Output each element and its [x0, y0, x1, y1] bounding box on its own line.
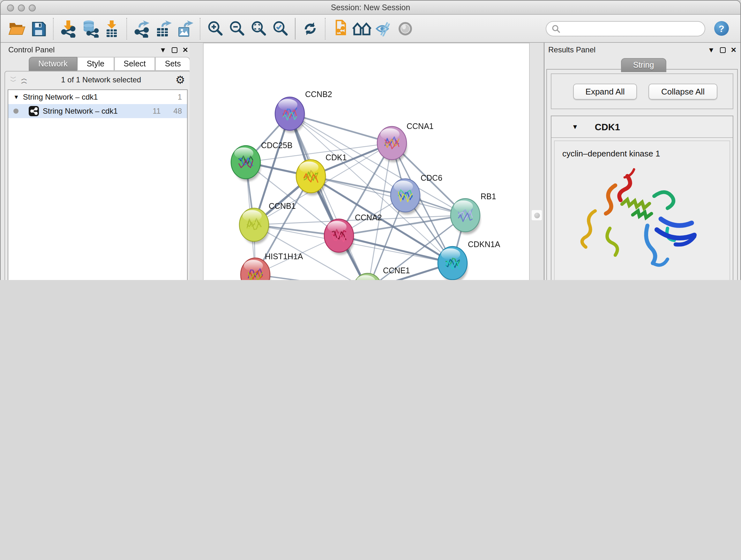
toolbar-separator — [325, 17, 326, 39]
zoom-selected-icon[interactable] — [269, 17, 291, 40]
title-bar: Session: New Session — [1, 1, 740, 15]
network-node-ccne1[interactable] — [353, 273, 383, 280]
collapse-arrow-icon[interactable]: ▼ — [13, 94, 19, 100]
node-label: CCNA2 — [355, 213, 382, 222]
cdk1-section-body: cyclin–dependent kinase 1 — [554, 140, 730, 280]
node-label: RB1 — [481, 192, 496, 201]
network-canvas[interactable]: CCNB2CCNA1CDC25BCDK1CDC6RB1CCNB1CCNA2CDK… — [203, 43, 530, 280]
network-edge[interactable] — [255, 274, 367, 280]
results-buttons-box: Expand All Collapse All — [551, 73, 733, 109]
node-label: CCNB2 — [305, 90, 332, 99]
float-panel-icon[interactable] — [720, 47, 726, 53]
search-input[interactable] — [546, 21, 705, 36]
network-node-cdc6[interactable] — [391, 179, 420, 214]
node-label: CDKN1A — [468, 240, 500, 249]
protein-description: cyclin–dependent kinase 1 — [555, 141, 730, 159]
network-node-ccnb2[interactable] — [275, 97, 305, 133]
close-panel-icon[interactable]: ✕ — [731, 46, 737, 53]
control-panel-tabs: Network Style Select Sets — [29, 57, 192, 71]
network-icon — [29, 106, 39, 116]
protein-structure-image — [575, 164, 709, 278]
network-node-cdc25b[interactable] — [231, 145, 261, 181]
node-label: CCNA1 — [407, 122, 434, 131]
network-node-cdk1[interactable] — [296, 160, 326, 195]
network-label: String Network – cdk1 — [43, 107, 118, 116]
toolbar-separator — [295, 17, 295, 39]
network-edge[interactable] — [290, 114, 392, 143]
hide-icon[interactable] — [373, 17, 394, 40]
export-network-icon[interactable] — [131, 17, 152, 40]
string-results-box: Expand All Collapse All ▼ CDK1 cyclin–de… — [546, 69, 738, 280]
collection-count: 1 — [178, 92, 182, 102]
network-tree: ▼ String Network – cdk1 1 String Network… — [8, 89, 188, 280]
node-label: CCNE1 — [383, 266, 410, 275]
node-label: CCNB1 — [269, 201, 296, 210]
float-panel-icon[interactable] — [172, 47, 178, 53]
orb-icon[interactable] — [394, 17, 416, 40]
import-table-icon[interactable] — [101, 17, 123, 40]
right-splitter[interactable] — [530, 43, 544, 280]
panel-menu-icon[interactable]: ▼ — [708, 46, 715, 53]
string-home-icon[interactable] — [351, 17, 373, 40]
section-collapse-arrow-icon[interactable]: ▼ — [572, 123, 578, 130]
cdk1-section: ▼ CDK1 cyclin–dependent kinase 1 — [551, 116, 733, 280]
export-table-icon[interactable] — [152, 17, 174, 40]
network-selection-status: 1 of 1 Network selected — [32, 75, 171, 84]
network-status-dot — [13, 109, 18, 114]
results-panel: Results Panel ▼ ✕ String Expand All Coll… — [544, 43, 741, 280]
zoom-in-icon[interactable] — [204, 17, 226, 40]
zoom-fit-icon[interactable] — [248, 17, 269, 40]
network-node-ccna1[interactable] — [377, 126, 407, 162]
tab-sets[interactable]: Sets — [155, 57, 191, 71]
node-label: CDC6 — [421, 173, 442, 182]
node-label: HIST1H1A — [265, 252, 303, 261]
network-node-ccnb1[interactable] — [239, 208, 269, 244]
toolbar-separator — [53, 17, 54, 39]
refresh-icon[interactable] — [299, 17, 321, 40]
close-panel-icon[interactable]: ✕ — [183, 46, 188, 53]
collapse-all-button[interactable]: Collapse All — [649, 84, 718, 100]
export-image-icon[interactable] — [174, 17, 196, 40]
network-node-rb1[interactable] — [451, 199, 480, 234]
network-collection-row[interactable]: ▼ String Network – cdk1 1 — [8, 90, 187, 104]
help-icon[interactable]: ? — [714, 21, 729, 36]
node-label: CDC25B — [261, 141, 293, 150]
tab-select[interactable]: Select — [114, 57, 155, 71]
share-document-icon[interactable] — [329, 17, 351, 40]
toolbar-separator — [200, 17, 200, 39]
control-panel-title: Control Panel — [8, 45, 55, 54]
network-row[interactable]: String Network – cdk1 11 48 — [8, 104, 187, 118]
cdk1-section-header[interactable]: ▼ CDK1 — [551, 116, 733, 138]
network-collection-label: String Network – cdk1 — [23, 92, 98, 102]
right-splitter-handle[interactable] — [532, 210, 542, 220]
tab-network[interactable]: Network — [29, 57, 77, 71]
crosslinks-block: CrossLinks Uniprot:P06493GeneCard:P06493… — [555, 280, 730, 280]
expand-all-button[interactable]: Expand All — [573, 84, 637, 100]
search-icon — [551, 24, 560, 33]
gear-icon[interactable]: ⚙ — [176, 73, 185, 86]
collapse-all-icon[interactable]: ﹀﹀ — [10, 76, 16, 83]
network-canvas-svg: CCNB2CCNA1CDC25BCDK1CDC6RB1CCNB1CCNA2CDK… — [204, 44, 529, 280]
network-node-hist1h1a[interactable] — [241, 258, 270, 280]
main-toolbar: ? — [1, 15, 740, 43]
open-session-icon[interactable] — [6, 17, 27, 40]
toolbar-separator — [126, 17, 127, 39]
control-panel: Control Panel ▼ ✕ Network Style Select S… — [3, 44, 192, 280]
import-network-icon[interactable] — [57, 17, 79, 40]
tab-string[interactable]: String — [621, 58, 666, 72]
left-splitter[interactable] — [190, 43, 203, 280]
network-node-ccna2[interactable] — [324, 219, 354, 255]
app-window: Session: New Session — [0, 0, 741, 280]
window-title: Session: New Session — [1, 3, 740, 12]
node-count: 11 — [152, 107, 160, 116]
tab-style[interactable]: Style — [77, 57, 114, 71]
panel-menu-icon[interactable]: ▼ — [159, 46, 166, 53]
zoom-out-icon[interactable] — [226, 17, 248, 40]
network-node-cdkn1a[interactable] — [438, 246, 468, 280]
section-title: CDK1 — [595, 122, 620, 132]
save-session-icon[interactable] — [27, 17, 49, 40]
import-database-icon[interactable] — [79, 17, 101, 40]
results-panel-title: Results Panel — [548, 45, 596, 54]
expand-all-icon[interactable]: ︿︿ — [21, 76, 27, 83]
node-label: CDK1 — [326, 153, 347, 162]
